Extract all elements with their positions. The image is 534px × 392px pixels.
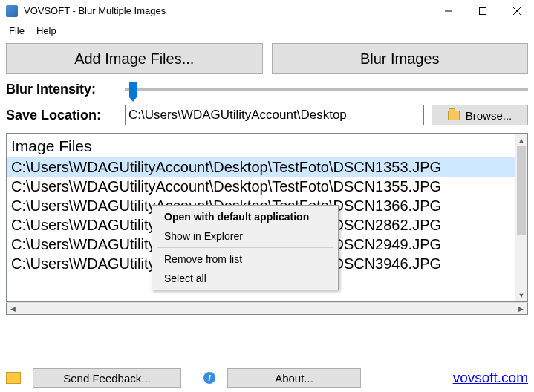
- browse-button[interactable]: Browse...: [432, 105, 528, 125]
- scrollbar-track[interactable]: [19, 303, 515, 314]
- vovsoft-link[interactable]: vovsoft.com: [453, 370, 528, 386]
- blur-intensity-row: Blur Intensity:: [6, 82, 528, 97]
- browse-button-label: Browse...: [466, 109, 512, 122]
- scroll-up-arrow-icon[interactable]: ▲: [515, 134, 527, 146]
- save-location-row: Save Location: Browse...: [6, 105, 528, 125]
- context-open-default[interactable]: Open with default application: [154, 207, 336, 226]
- context-select-all[interactable]: Select all: [154, 269, 336, 288]
- list-header: Image Files: [7, 134, 515, 157]
- folder-icon: [448, 111, 460, 120]
- menu-file[interactable]: File: [3, 24, 30, 38]
- feedback-icon: [6, 372, 21, 384]
- menu-help[interactable]: Help: [30, 24, 62, 38]
- scrollbar-thumb[interactable]: [517, 146, 526, 235]
- context-show-explorer[interactable]: Show in Explorer: [154, 226, 336, 246]
- menubar: File Help: [0, 22, 534, 39]
- vertical-scrollbar[interactable]: ▲ ▼: [515, 134, 527, 301]
- send-feedback-label: Send Feedback...: [63, 372, 151, 385]
- titlebar: VOVSOFT - Blur Multiple Images: [0, 0, 534, 22]
- list-item[interactable]: C:\Users\WDAGUtilityAccount\Desktop\Test…: [7, 177, 515, 196]
- top-button-row: Add Image Files... Blur Images: [6, 43, 528, 74]
- blur-intensity-slider[interactable]: [125, 82, 528, 97]
- minimize-button[interactable]: [432, 0, 466, 22]
- about-label: About...: [275, 372, 313, 385]
- save-location-input[interactable]: [125, 105, 424, 125]
- scroll-down-arrow-icon[interactable]: ▼: [515, 289, 527, 301]
- save-location-label: Save Location:: [6, 108, 125, 123]
- scroll-right-arrow-icon[interactable]: ▶: [515, 303, 527, 314]
- send-feedback-button[interactable]: Send Feedback...: [33, 368, 181, 388]
- blur-intensity-label: Blur Intensity:: [6, 82, 125, 97]
- scroll-left-arrow-icon[interactable]: ◀: [7, 303, 19, 314]
- bottom-bar: Send Feedback... i About... vovsoft.com: [6, 367, 528, 389]
- list-item[interactable]: C:\Users\WDAGUtilityAccount\Desktop\Test…: [7, 157, 515, 177]
- add-image-files-button[interactable]: Add Image Files...: [6, 43, 263, 74]
- close-button[interactable]: [500, 0, 534, 22]
- svg-rect-1: [480, 7, 486, 14]
- context-separator: [157, 247, 333, 248]
- horizontal-scrollbar[interactable]: ◀ ▶: [6, 302, 528, 315]
- window-title: VOVSOFT - Blur Multiple Images: [24, 5, 432, 16]
- context-menu: Open with default application Show in Ex…: [152, 205, 339, 290]
- about-button[interactable]: About...: [227, 368, 361, 388]
- scrollbar-track[interactable]: [515, 235, 527, 289]
- context-remove[interactable]: Remove from list: [154, 249, 336, 269]
- maximize-button[interactable]: [466, 0, 500, 22]
- app-icon: [6, 5, 18, 17]
- blur-images-button[interactable]: Blur Images: [272, 43, 529, 74]
- slider-thumb[interactable]: [129, 82, 137, 97]
- slider-rail: [125, 88, 528, 91]
- info-icon: i: [203, 372, 215, 384]
